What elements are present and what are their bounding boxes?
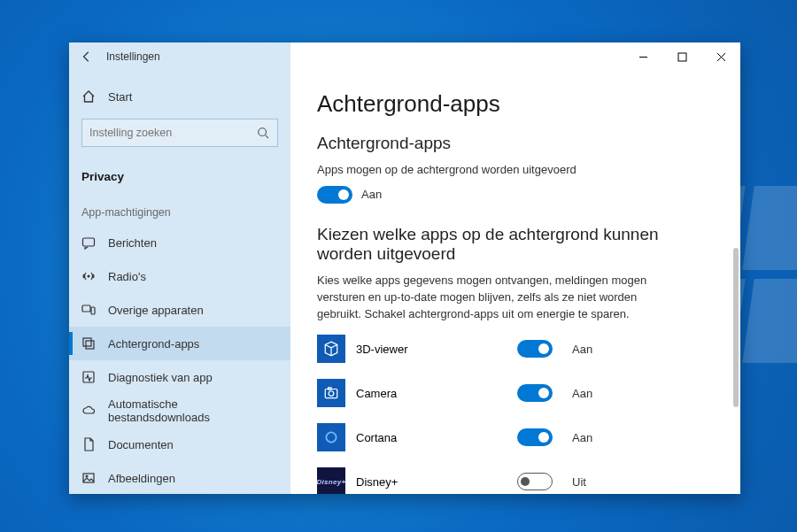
app-state: Aan	[572, 343, 607, 356]
app-row: 3D-viewerAan	[317, 335, 714, 363]
sidebar-item-achtergrond-apps[interactable]: Achtergrond-apps	[69, 327, 290, 360]
global-toggle[interactable]	[317, 186, 352, 204]
sidebar-item-diagnostiek[interactable]: Diagnostiek van app	[69, 360, 290, 394]
devices-icon	[81, 303, 96, 317]
app-row: CameraAan	[317, 379, 714, 407]
app-icon	[317, 335, 345, 363]
sidebar-item-label: Radio's	[108, 270, 146, 283]
diagnostics-icon	[81, 370, 96, 384]
section-title-global: Achtergrond-apps	[317, 134, 714, 153]
sidebar-item-label: Achtergrond-apps	[108, 337, 199, 351]
app-toggle[interactable]	[517, 384, 553, 402]
svg-rect-6	[91, 307, 95, 314]
svg-rect-1	[678, 53, 686, 61]
svg-point-2	[259, 128, 267, 136]
sidebar-item-auto-downloads[interactable]: Automatische bestandsdownloads	[69, 394, 290, 428]
app-name: Cortana	[356, 431, 507, 444]
back-button[interactable]	[76, 50, 97, 63]
svg-point-11	[86, 475, 88, 477]
content-area: Achtergrond-apps Achtergrond-apps Apps m…	[290, 71, 740, 494]
sidebar-item-documenten[interactable]: Documenten	[69, 428, 290, 461]
app-toggle[interactable]	[517, 473, 553, 490]
svg-rect-3	[83, 238, 95, 246]
app-state: Aan	[572, 387, 607, 400]
search-box[interactable]	[81, 119, 278, 147]
search-input[interactable]	[89, 127, 251, 139]
sidebar-item-label: Afbeeldingen	[108, 472, 175, 485]
home-label: Start	[108, 90, 132, 104]
cloud-download-icon	[81, 404, 96, 418]
image-icon	[81, 471, 96, 485]
sidebar-item-label: Overige apparaten	[108, 304, 204, 317]
svg-point-4	[88, 275, 90, 278]
close-button[interactable]	[701, 42, 740, 71]
svg-rect-8	[86, 341, 94, 349]
global-toggle-state: Aan	[361, 188, 382, 201]
svg-rect-10	[83, 474, 94, 482]
svg-point-15	[326, 433, 336, 443]
sidebar-item-label: Documenten	[108, 438, 174, 451]
document-icon	[81, 437, 96, 451]
section-privacy: Privacy	[69, 156, 290, 190]
sidebar: Start Privacy App-machtigingen Berichten	[69, 71, 290, 494]
background-apps-icon	[81, 336, 96, 351]
group-app-permissions: App-machtigingen	[69, 190, 290, 226]
home-button[interactable]: Start	[69, 80, 290, 113]
app-toggle[interactable]	[517, 340, 553, 358]
sidebar-item-overige-apparaten[interactable]: Overige apparaten	[69, 293, 290, 327]
settings-window: Instellingen Start	[69, 42, 740, 494]
svg-rect-7	[83, 338, 91, 346]
app-state: Aan	[572, 431, 607, 444]
svg-rect-12	[325, 389, 337, 398]
app-name: Disney+	[356, 475, 507, 489]
app-icon	[317, 379, 345, 407]
section-description: Kies welke apps gegevens mogen ontvangen…	[317, 273, 654, 323]
home-icon	[81, 89, 96, 104]
sidebar-item-radios[interactable]: Radio's	[69, 259, 290, 293]
app-row: Disney+Disney+Uit	[317, 467, 714, 494]
minimize-button[interactable]	[623, 42, 662, 71]
sidebar-item-afbeeldingen[interactable]: Afbeeldingen	[69, 461, 290, 494]
app-name: 3D-viewer	[356, 343, 507, 356]
sidebar-item-berichten[interactable]: Berichten	[69, 226, 290, 259]
svg-point-13	[329, 391, 334, 397]
radio-icon	[81, 269, 96, 283]
section-title-choose: Kiezen welke apps op de achtergrond kunn…	[317, 225, 714, 264]
maximize-button[interactable]	[662, 42, 701, 71]
svg-rect-5	[82, 305, 90, 312]
app-row: CortanaAan	[317, 423, 714, 451]
app-toggle[interactable]	[517, 428, 553, 446]
window-title: Instellingen	[106, 50, 160, 63]
sidebar-item-label: Diagnostiek van app	[108, 371, 213, 384]
scrollbar[interactable]	[733, 248, 739, 407]
app-name: Camera	[356, 387, 507, 400]
app-icon: Disney+	[317, 467, 345, 494]
global-toggle-label: Apps mogen op de achtergrond worden uitg…	[317, 162, 654, 179]
app-icon	[317, 423, 345, 451]
app-state: Uit	[572, 475, 607, 489]
sidebar-item-label: Automatische bestandsdownloads	[108, 397, 278, 424]
sidebar-item-label: Berichten	[108, 236, 157, 250]
page-title: Achtergrond-apps	[317, 90, 714, 118]
message-icon	[81, 235, 96, 250]
search-icon	[256, 126, 270, 140]
titlebar: Instellingen	[69, 42, 740, 71]
